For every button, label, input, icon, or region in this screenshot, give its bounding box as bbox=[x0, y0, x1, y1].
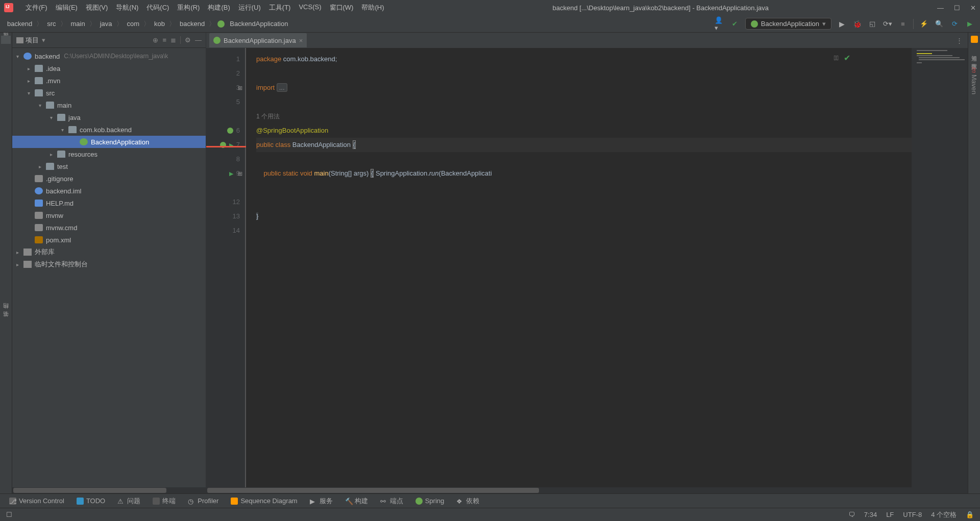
tree-node-[interactable]: ▸外部库 bbox=[12, 246, 206, 258]
maximize-button[interactable]: ☐ bbox=[954, 4, 960, 12]
menu-vcss[interactable]: VCS(S) bbox=[295, 1, 325, 14]
profile-button[interactable]: ⟳▾ bbox=[883, 19, 893, 29]
vcs-checkmark-icon[interactable]: ✔ bbox=[730, 19, 740, 29]
tab-more-icon[interactable]: ⋮ bbox=[956, 37, 963, 44]
bottom-tool-bar: ⎇Version Control TODO ⚠问题 终端 ◷Profiler S… bbox=[0, 493, 980, 508]
editor-gutter[interactable]: 1 2 3⊞ 5 6 ▶7 8 ▶9⊞ 12 13 14 bbox=[206, 48, 246, 487]
status-encoding[interactable]: UTF-8 bbox=[903, 511, 922, 518]
tree-node-idea[interactable]: ▸.idea bbox=[12, 62, 206, 75]
right-tab-maven[interactable]: m Maven bbox=[969, 63, 979, 98]
tool-version-control[interactable]: ⎇Version Control bbox=[4, 495, 69, 506]
menu-b[interactable]: 构建(B) bbox=[204, 1, 234, 14]
breadcrumb-backend[interactable]: backend bbox=[5, 19, 34, 29]
menu-e[interactable]: 编辑(E) bbox=[52, 1, 82, 14]
tree-node-mvnwcmd[interactable]: mvnw.cmd bbox=[12, 221, 206, 234]
search-everywhere-icon[interactable]: 🔍 bbox=[934, 19, 944, 29]
background-tasks-icon[interactable]: 🗨 bbox=[848, 511, 855, 518]
chevron-down-icon[interactable]: ▾ bbox=[42, 36, 45, 44]
menu-u[interactable]: 运行(U) bbox=[234, 1, 265, 14]
vcs-user-icon[interactable]: 👤▾ bbox=[715, 19, 725, 29]
breadcrumb-backend[interactable]: backend bbox=[178, 19, 207, 29]
tree-node-pomxml[interactable]: pom.xml bbox=[12, 234, 206, 246]
code-editor[interactable]: 👁̶ ✔ package com.kob.backend; import ...… bbox=[246, 48, 912, 487]
tool-spring[interactable]: Spring bbox=[410, 495, 450, 506]
tree-node-test[interactable]: ▸test bbox=[12, 160, 206, 172]
menu-n[interactable]: 导航(N) bbox=[112, 1, 142, 14]
debug-button[interactable]: 🐞 bbox=[852, 19, 862, 29]
left-tab-structure[interactable]: 结构 bbox=[1, 309, 11, 317]
menu-f[interactable]: 文件(F) bbox=[21, 1, 52, 14]
project-hscrollbar[interactable] bbox=[12, 487, 206, 493]
minimize-button[interactable]: — bbox=[937, 4, 944, 12]
coverage-button[interactable]: ◱ bbox=[867, 19, 877, 29]
code-with-me-icon[interactable]: ⚡ bbox=[919, 19, 929, 29]
sync-icon[interactable]: ⟳ bbox=[949, 19, 960, 29]
editor-tab-backend-application[interactable]: BackendApplication.java × bbox=[209, 33, 307, 47]
hide-panel-icon[interactable]: — bbox=[195, 36, 202, 44]
editor-minimap[interactable] bbox=[912, 48, 968, 487]
tool-terminal[interactable]: 终端 bbox=[148, 495, 181, 507]
breadcrumb: backend〉src〉main〉java〉com〉kob〉backend〉Ba… bbox=[5, 19, 290, 29]
expand-all-icon[interactable]: ≡ bbox=[162, 36, 166, 44]
tool-windows-icon[interactable]: ☐ bbox=[6, 511, 12, 518]
left-tab-bookmarks[interactable]: 书签 bbox=[1, 317, 11, 326]
editor-hscrollbar[interactable] bbox=[206, 487, 968, 493]
status-line-sep[interactable]: LF bbox=[886, 511, 894, 518]
notifications-icon[interactable] bbox=[971, 36, 978, 43]
tree-node-java[interactable]: ▾java bbox=[12, 111, 206, 123]
right-tab-database[interactable]: 数据库 bbox=[969, 55, 979, 63]
run-button[interactable]: ▶ bbox=[837, 19, 847, 29]
close-tab-icon[interactable]: × bbox=[299, 37, 303, 44]
menu-r[interactable]: 重构(R) bbox=[173, 1, 204, 14]
tree-node-backend[interactable]: ▾backendC:\Users\ADMIN\Desktop\learn_jav… bbox=[12, 50, 206, 62]
tree-node-backendiml[interactable]: backend.iml bbox=[12, 185, 206, 197]
menu-t[interactable]: 工具(T) bbox=[265, 1, 295, 14]
menu-h[interactable]: 帮助(H) bbox=[357, 1, 388, 14]
status-indent[interactable]: 4 个空格 bbox=[931, 510, 957, 519]
collapse-all-icon[interactable]: ≣ bbox=[170, 36, 176, 44]
run-config-selector[interactable]: BackendApplication ▾ bbox=[745, 18, 831, 30]
settings-icon[interactable]: ▶ bbox=[965, 19, 975, 29]
stop-button[interactable]: ■ bbox=[898, 19, 908, 29]
inspection-widget[interactable]: 👁̶ ✔ bbox=[834, 51, 851, 65]
breadcrumb-backendapplication[interactable]: BackendApplication bbox=[228, 19, 290, 29]
tree-node-src[interactable]: ▾src bbox=[12, 87, 206, 99]
tool-profiler[interactable]: ◷Profiler bbox=[183, 495, 224, 506]
window-title: backend [...\Desktop\learn_java\kob2\bac… bbox=[553, 4, 769, 12]
tree-node-gitignore[interactable]: .gitignore bbox=[12, 172, 206, 185]
status-line-col[interactable]: 7:34 bbox=[864, 511, 877, 518]
tool-dependencies[interactable]: ❖依赖 bbox=[451, 495, 484, 507]
tool-todo[interactable]: TODO bbox=[71, 495, 110, 506]
tool-problems[interactable]: ⚠问题 bbox=[112, 495, 145, 507]
breadcrumb-kob[interactable]: kob bbox=[152, 19, 167, 29]
menu-c[interactable]: 代码(C) bbox=[142, 1, 173, 14]
tree-node-mvn[interactable]: ▸.mvn bbox=[12, 75, 206, 87]
settings-gear-icon[interactable]: ⚙ bbox=[185, 36, 191, 44]
editor-area: BackendApplication.java × ⋮ 1 2 3⊞ 5 6 ▶… bbox=[206, 33, 968, 493]
breadcrumb-java[interactable]: java bbox=[98, 19, 114, 29]
close-button[interactable]: ✕ bbox=[970, 4, 976, 12]
select-opened-file-icon[interactable]: ⊕ bbox=[153, 36, 158, 44]
tool-build[interactable]: 🔨构建 bbox=[340, 495, 373, 507]
breadcrumb-main[interactable]: main bbox=[69, 19, 87, 29]
menu-v[interactable]: 视图(V) bbox=[82, 1, 112, 14]
folder-icon bbox=[16, 37, 23, 43]
right-tab-notify[interactable]: 通知 bbox=[969, 47, 979, 55]
tree-node-[interactable]: ▸临时文件和控制台 bbox=[12, 258, 206, 270]
tool-endpoints[interactable]: ⚯端点 bbox=[375, 495, 408, 507]
tree-node-comkobbackend[interactable]: ▾com.kob.backend bbox=[12, 123, 206, 136]
window-controls: — ☐ ✕ bbox=[937, 4, 976, 12]
breadcrumb-src[interactable]: src bbox=[45, 19, 58, 29]
tree-node-helpmd[interactable]: HELP.md bbox=[12, 197, 206, 209]
tree-node-main[interactable]: ▾main bbox=[12, 99, 206, 111]
lock-icon[interactable]: 🔒 bbox=[966, 511, 974, 518]
tree-node-mvnw[interactable]: mvnw bbox=[12, 209, 206, 221]
tool-services[interactable]: ▶服务 bbox=[305, 495, 338, 507]
tree-node-resources[interactable]: ▸resources bbox=[12, 148, 206, 160]
breadcrumb-com[interactable]: com bbox=[125, 19, 142, 29]
left-tab-project[interactable]: 项目 bbox=[1, 36, 11, 44]
menu-w[interactable]: 窗口(W) bbox=[326, 1, 358, 14]
tree-node-backendapplication[interactable]: BackendApplication bbox=[12, 136, 206, 148]
eye-icon[interactable]: 👁̶ bbox=[834, 51, 839, 65]
tool-sequence-diagram[interactable]: Sequence Diagram bbox=[226, 495, 302, 506]
